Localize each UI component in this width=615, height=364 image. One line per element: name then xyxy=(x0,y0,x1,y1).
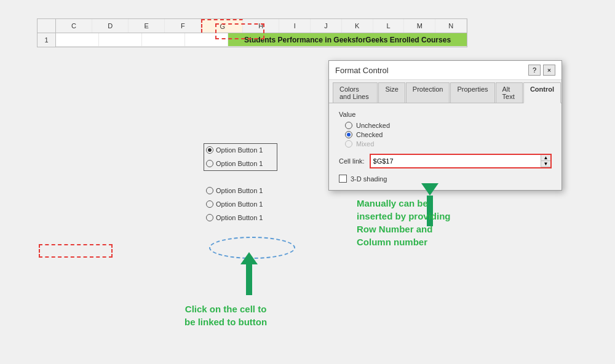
col-header-j: J xyxy=(311,19,342,33)
cell-link-input[interactable] xyxy=(371,156,541,166)
dialog-help-button[interactable]: ? xyxy=(528,65,541,76)
tab-size[interactable]: Size xyxy=(378,82,405,103)
option-btn-label-5: Option Button 1 xyxy=(216,214,263,221)
row-num-1: 1 xyxy=(38,33,56,47)
dialog-body: Value Unchecked Checked Mixed Cell link: xyxy=(329,103,561,190)
col-header-f: F xyxy=(165,19,201,33)
cell-link-input-wrap[interactable]: ▲ ▼ xyxy=(370,154,552,168)
spin-up[interactable]: ▲ xyxy=(541,155,550,161)
radio-unchecked-label: Unchecked xyxy=(356,122,390,129)
radio-mixed-input xyxy=(345,140,352,148)
spreadsheet: C D E F G H I J K L M N 1 Students Perfo… xyxy=(37,18,467,47)
dialog-title: Format Control xyxy=(335,66,389,75)
checkbox-3d-label: 3-D shading xyxy=(351,175,387,183)
dialog-close-button[interactable]: × xyxy=(543,65,555,76)
col-header-n: N xyxy=(435,19,467,33)
click-text-line1: Click on the cell to xyxy=(184,303,267,315)
manually-annotation: Manually can be inserted by providing Ro… xyxy=(357,197,451,248)
radio-group: Unchecked Checked Mixed xyxy=(345,122,552,148)
cell-link-spinner[interactable]: ▲ ▼ xyxy=(541,155,550,167)
manually-text-line3: Row Number and xyxy=(357,223,451,235)
option-buttons-area: Option Button 1 Option Button 1 Option B… xyxy=(206,143,263,224)
manually-text-line4: Column number xyxy=(357,235,451,248)
cell-e1 xyxy=(142,33,185,47)
cell-link-row: Cell link: ▲ ▼ xyxy=(339,154,552,168)
radio-unchecked-icon-2 xyxy=(206,187,213,194)
cell-d1 xyxy=(99,33,142,47)
option-btn-5[interactable]: Option Button 1 xyxy=(206,211,263,224)
dialog-tabs: Colors and Lines Size Protection Propert… xyxy=(329,80,561,103)
radio-checked-label: Checked xyxy=(356,131,383,138)
title-cell: Students Performance in GeeksforGeeks En… xyxy=(228,33,467,46)
tab-colors-lines[interactable]: Colors and Lines xyxy=(333,82,378,103)
col-header-k: K xyxy=(342,19,373,33)
tab-properties[interactable]: Properties xyxy=(450,82,494,103)
col-headers: C D E F G H I J K L M N xyxy=(38,19,467,33)
col-header-i: I xyxy=(279,19,311,33)
green-arrow-to-oval xyxy=(246,264,252,295)
selection-box xyxy=(204,143,277,171)
click-annotation: Click on the cell to be linked to button xyxy=(184,303,267,328)
col-header-h: H xyxy=(243,19,279,33)
col-header-d: D xyxy=(92,19,129,33)
cell-c1 xyxy=(56,33,99,47)
click-text-line2: be linked to button xyxy=(184,315,267,328)
row-num-header xyxy=(38,19,56,33)
spin-down[interactable]: ▼ xyxy=(541,161,550,167)
row16-highlight xyxy=(39,244,113,258)
checkbox-3d[interactable] xyxy=(339,175,347,183)
radio-item-mixed[interactable]: Mixed xyxy=(345,140,552,148)
manually-text-line2: inserted by providing xyxy=(357,210,451,223)
option-btn-label-4: Option Button 1 xyxy=(216,200,263,208)
manually-text-line1: Manually can be xyxy=(357,197,451,210)
radio-item-unchecked[interactable]: Unchecked xyxy=(345,122,552,129)
radio-mixed-label: Mixed xyxy=(356,140,374,148)
option-btn-4[interactable]: Option Button 1 xyxy=(206,197,263,211)
format-control-dialog: Format Control ? × Colors and Lines Size… xyxy=(328,60,562,191)
col-header-e: E xyxy=(129,19,165,33)
col-header-g: G xyxy=(201,19,243,33)
option-btn-3[interactable]: Option Button 1 xyxy=(206,184,263,197)
cell-link-label: Cell link: xyxy=(339,157,365,165)
col-header-m: M xyxy=(404,19,435,33)
option-btn-label-3: Option Button 1 xyxy=(216,187,263,194)
dialog-controls: ? × xyxy=(528,65,555,76)
radio-unchecked-icon-3 xyxy=(206,200,213,208)
value-label: Value xyxy=(339,111,552,118)
radio-unchecked-input[interactable] xyxy=(345,122,352,129)
row-1: 1 Students Performance in GeeksforGeeks … xyxy=(38,33,467,47)
radio-checked-input[interactable] xyxy=(345,131,352,138)
dialog-titlebar: Format Control ? × xyxy=(329,61,561,80)
col-header-c: C xyxy=(56,19,92,33)
radio-unchecked-icon-4 xyxy=(206,214,213,221)
tab-alt-text[interactable]: Alt Text xyxy=(496,82,523,103)
checkbox-row: 3-D shading xyxy=(339,175,552,183)
tab-control[interactable]: Control xyxy=(523,82,561,103)
tab-protection[interactable]: Protection xyxy=(406,82,450,103)
radio-item-checked[interactable]: Checked xyxy=(345,131,552,138)
col-header-l: L xyxy=(373,19,405,33)
cell-f1 xyxy=(185,33,228,47)
